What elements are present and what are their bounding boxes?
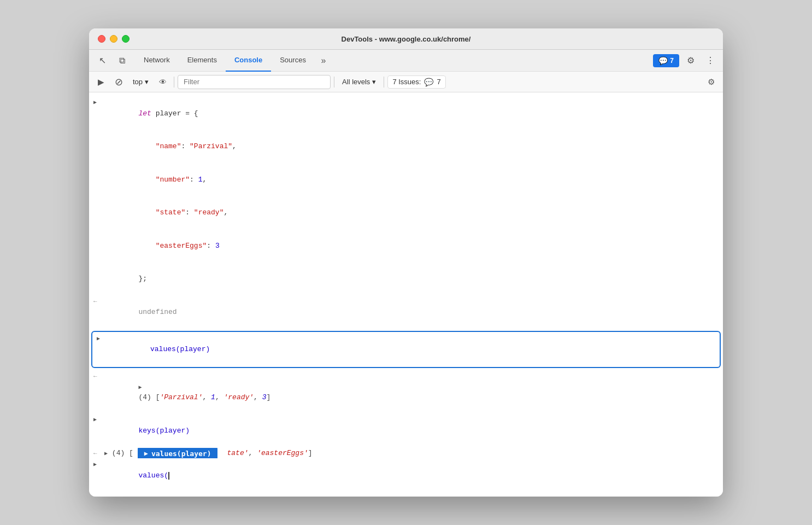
window-title: DevTools - www.google.co.uk/chrome/ (342, 35, 471, 43)
minimize-button[interactable] (110, 35, 117, 43)
line-content-4: "state": "ready", (104, 197, 719, 229)
chevron-right-icon: » (321, 56, 326, 66)
line-content-6: }; (104, 263, 719, 295)
line-prefix-6 (93, 263, 104, 264)
console-line-2: "name": "Parzival", (89, 130, 723, 164)
expand-arrow-12[interactable]: ▶ (93, 460, 97, 469)
autocomplete-text: values(player) (151, 448, 211, 459)
console-line-8: ▶ values(player) (92, 333, 720, 366)
line-prefix-10: ▶ (93, 415, 104, 424)
line-prefix-4 (93, 197, 104, 198)
issues-count-display: 7 Issues: 💬 7 (387, 75, 445, 89)
console-line-9: ← ▶ (4) ['Parzival', 1, 'ready', 3] (89, 370, 723, 414)
block-icon: ⊘ (115, 76, 123, 88)
separator-2 (334, 77, 334, 88)
line-content-8: values(player) (108, 334, 715, 366)
tab-network[interactable]: Network (135, 50, 179, 72)
highlighted-input-box: ▶ values(player) (91, 331, 721, 369)
autocomplete-popup[interactable]: ▶ values(player) (138, 448, 218, 459)
line-content-5: "easterEggs": 3 (104, 230, 719, 262)
autocomplete-container: 'name', 'number', 's ▶ values(player) (138, 448, 223, 459)
output-arrow-7: ← (93, 297, 97, 306)
message-icon: 💬 (658, 56, 668, 65)
line-prefix-2 (93, 131, 104, 132)
output-arrow-11: ← (93, 449, 97, 458)
play-icon: ▶ (98, 77, 104, 87)
chevron-down-icon: ▾ (145, 78, 149, 86)
chevron-down-icon-2: ▾ (372, 78, 376, 86)
separator (174, 77, 174, 88)
issues-message-icon: 💬 (424, 78, 433, 86)
more-vert-icon: ⋮ (706, 55, 715, 66)
console-line-5: "easterEggs": 3 (89, 229, 723, 262)
context-selector[interactable]: top ▾ (128, 76, 153, 88)
block-button[interactable]: ⊘ (111, 74, 126, 90)
console-toolbar: ▶ ⊘ top ▾ 👁 All levels ▾ 7 Issues: 💬 7 ⚙ (89, 72, 723, 92)
device-icon-button[interactable]: ⧉ (113, 53, 131, 68)
line-content-12: values( (104, 459, 719, 492)
tab-elements[interactable]: Elements (179, 50, 226, 72)
console-line-7: ← undefined (89, 295, 723, 329)
line-prefix-11: ← (93, 448, 104, 458)
gear-icon-2: ⚙ (708, 77, 715, 87)
context-label: top (133, 78, 143, 86)
device-icon: ⧉ (119, 56, 125, 66)
settings-button[interactable]: ⚙ (682, 52, 699, 69)
eye-button[interactable]: 👁 (155, 74, 170, 90)
console-line-10: ▶ keys(player) (89, 414, 723, 447)
line-prefix-1: ▶ (93, 97, 104, 107)
line-prefix-12: ▶ (93, 459, 104, 469)
line-prefix-5 (93, 230, 104, 231)
issues-badge[interactable]: 💬 7 (653, 54, 679, 67)
console-line-12: ▶ values( (89, 459, 723, 492)
line-content-2: "name": "Parzival", (104, 131, 719, 163)
close-button[interactable] (98, 35, 105, 43)
line-prefix-8: ▶ (97, 334, 108, 343)
run-button[interactable]: ▶ (93, 74, 109, 90)
line-content-11: ▶ (4) [ 'name', 'number', 's ▶ values(pl… (104, 448, 719, 459)
separator-3 (384, 77, 384, 88)
expand-arrow-8[interactable]: ▶ (97, 335, 100, 343)
line-content-1: let player = { (104, 97, 719, 130)
line-content-3: "number": 1, (104, 164, 719, 196)
eye-icon: 👁 (159, 78, 167, 86)
console-line-1: ▶ let player = { (89, 97, 723, 130)
expand-arrow-10[interactable]: ▶ (93, 416, 97, 424)
autocomplete-arrow: ▶ (144, 449, 148, 459)
more-tabs-button[interactable]: » (315, 53, 332, 68)
tab-sources[interactable]: Sources (271, 50, 315, 72)
devtools-window: DevTools - www.google.co.uk/chrome/ ↖ ⧉ … (89, 28, 723, 497)
maximize-button[interactable] (122, 35, 130, 43)
console-area: ▶ let player = { "name": "Parzival", "nu… (89, 92, 723, 497)
line-content-9: ▶ (4) ['Parzival', 1, 'ready', 3] (104, 371, 719, 413)
title-bar: DevTools - www.google.co.uk/chrome/ (89, 28, 723, 50)
output-arrow-9: ← (93, 372, 97, 381)
line-prefix-3 (93, 164, 104, 165)
filter-input[interactable] (178, 75, 331, 89)
line-prefix-7: ← (93, 296, 104, 306)
tab-bar: ↖ ⧉ Network Elements Console Sources » 💬… (89, 50, 723, 72)
more-options-button[interactable]: ⋮ (702, 52, 719, 69)
console-line-6: }; (89, 262, 723, 296)
text-cursor (168, 472, 169, 480)
console-line-3: "number": 1, (89, 163, 723, 196)
gear-icon: ⚙ (687, 55, 695, 66)
console-line-11: ← ▶ (4) [ 'name', 'number', 's ▶ values(… (89, 447, 723, 459)
console-settings-button[interactable]: ⚙ (703, 74, 719, 90)
console-line-4: "state": "ready", (89, 196, 723, 230)
cursor-icon-button[interactable]: ↖ (93, 53, 111, 68)
tab-console[interactable]: Console (226, 50, 271, 72)
tab-bar-icons: ↖ ⧉ (93, 53, 131, 68)
expand-arrow-1[interactable]: ▶ (93, 98, 97, 107)
tab-bar-right: 💬 7 ⚙ ⋮ (653, 52, 719, 69)
cursor-icon: ↖ (99, 55, 106, 66)
levels-dropdown[interactable]: All levels ▾ (338, 76, 380, 88)
line-content-10: keys(player) (104, 415, 719, 447)
traffic-lights (98, 35, 130, 43)
line-content-7: undefined (104, 296, 719, 328)
line-prefix-9: ← (93, 371, 104, 381)
